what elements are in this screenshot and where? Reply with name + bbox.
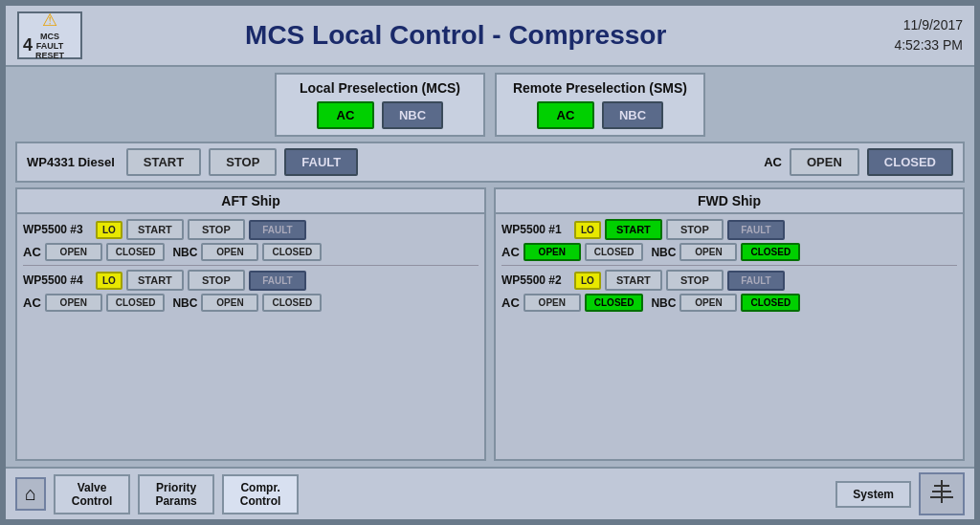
wp4331-fault-button[interactable]: FAULT (284, 148, 358, 176)
antenna-icon-button[interactable] (919, 472, 965, 515)
fwd-wp5500-2-nbc-label: NBC (651, 296, 676, 310)
aft-wp5500-4-valve-row: AC OPEN CLOSED NBC OPEN CLOSED (23, 294, 479, 312)
fwd-wp5500-2-valve-row: AC OPEN CLOSED NBC OPEN CLOSED (501, 294, 957, 312)
remote-preselection-box: Remote Preselection (SMS) AC NBC (495, 73, 705, 137)
local-nbc-button[interactable]: NBC (382, 101, 443, 129)
warning-icon: ⚠ (42, 10, 57, 31)
screen: ⚠ MCSFAULTRESET 4 MCS Local Control - Co… (0, 0, 980, 525)
fwd-wp5500-1-start-button[interactable]: START (605, 219, 662, 240)
aft-wp5500-4-control-row: WP5500 #4 LO START STOP FAULT (23, 270, 479, 291)
fwd-ship-header: FWD Ship (496, 189, 963, 214)
aft-wp5500-3-valve-row: AC OPEN CLOSED NBC OPEN CLOSED (23, 243, 479, 261)
wp4331-start-button[interactable]: START (126, 148, 201, 176)
fwd-wp5500-2: WP5500 #2 LO START STOP FAULT AC OPEN CL… (501, 270, 957, 316)
local-preselection-label: Local Preselection (MCS) (300, 80, 460, 96)
aft-wp5500-4-stop-button[interactable]: STOP (188, 270, 245, 291)
fwd-wp5500-1-fault-button[interactable]: FAULT (727, 220, 785, 240)
fault-number: 4 (23, 35, 33, 55)
aft-wp5500-3-lo-button[interactable]: LO (96, 221, 122, 239)
aft-ship-content: WP5500 #3 LO START STOP FAULT AC OPEN CL… (17, 214, 484, 459)
fwd-wp5500-2-nbc-open-button[interactable]: OPEN (679, 294, 737, 312)
fwd-wp5500-2-ac-open-button[interactable]: OPEN (523, 294, 581, 312)
header: ⚠ MCSFAULTRESET 4 MCS Local Control - Co… (6, 6, 974, 67)
aft-wp5500-3-nbc-closed-button[interactable]: CLOSED (262, 243, 322, 261)
aft-wp5500-4-nbc-label: NBC (172, 296, 197, 310)
aft-wp5500-3-ac-closed-button[interactable]: CLOSED (106, 243, 166, 261)
aft-wp5500-4-nbc-closed-button[interactable]: CLOSED (262, 294, 322, 312)
fwd-wp5500-2-control-row: WP5500 #2 LO START STOP FAULT (501, 270, 957, 291)
aft-wp5500-4-nbc-open-button[interactable]: OPEN (201, 294, 258, 312)
wp4331-ac-label: AC (764, 155, 782, 169)
remote-nbc-button[interactable]: NBC (602, 101, 663, 129)
fwd-wp5500-1-ac-label: AC (501, 245, 520, 259)
fwd-wp5500-1-lo-button[interactable]: LO (574, 221, 601, 239)
compr-control-button[interactable]: Compr.Control (222, 474, 299, 514)
aft-wp5500-3-fault-button[interactable]: FAULT (249, 220, 306, 240)
aft-wp5500-3-start-button[interactable]: START (126, 219, 184, 240)
wp4331-open-button[interactable]: OPEN (790, 148, 859, 176)
fwd-wp5500-2-ac-closed-button[interactable]: CLOSED (585, 294, 644, 312)
wp4331-label: WP4331 Diesel (27, 155, 115, 169)
fwd-wp5500-2-nbc-closed-button[interactable]: CLOSED (741, 294, 800, 312)
fwd-wp5500-1-nbc-closed-button[interactable]: CLOSED (741, 243, 800, 261)
page-title: MCS Local Control - Compressor (17, 20, 894, 51)
wp4331-closed-button[interactable]: CLOSED (867, 148, 953, 176)
local-ac-button[interactable]: AC (317, 101, 374, 129)
aft-wp5500-4-ac-open-button[interactable]: OPEN (45, 294, 102, 312)
aft-wp5500-3-nbc-open-button[interactable]: OPEN (201, 243, 258, 261)
aft-wp5500-3-control-row: WP5500 #3 LO START STOP FAULT (23, 219, 479, 240)
fwd-wp5500-2-lo-button[interactable]: LO (574, 272, 601, 290)
home-button[interactable]: ⌂ (15, 477, 46, 511)
system-button[interactable]: System (835, 481, 911, 508)
footer: ⌂ ValveControl PriorityParams Compr.Cont… (6, 467, 974, 519)
fwd-ship-section: FWD Ship WP5500 #1 LO START STOP FAULT A… (494, 187, 965, 461)
fault-reset-box[interactable]: ⚠ MCSFAULTRESET 4 (17, 11, 82, 59)
aft-wp5500-4: WP5500 #4 LO START STOP FAULT AC OPEN CL… (23, 270, 479, 316)
fwd-ship-content: WP5500 #1 LO START STOP FAULT AC OPEN CL… (496, 214, 963, 459)
fwd-wp5500-1-nbc-open-button[interactable]: OPEN (679, 243, 737, 261)
valve-control-button[interactable]: ValveControl (54, 474, 130, 514)
aft-wp5500-4-label: WP5500 #4 (23, 273, 92, 287)
fwd-wp5500-1-ac-closed-button[interactable]: CLOSED (585, 243, 644, 261)
fwd-wp5500-1-stop-button[interactable]: STOP (666, 219, 724, 240)
time: 4:52:33 PM (894, 35, 963, 55)
aft-wp5500-4-fault-button[interactable]: FAULT (249, 271, 306, 291)
local-preselection-box: Local Preselection (MCS) AC NBC (275, 73, 485, 137)
fwd-wp5500-1-control-row: WP5500 #1 LO START STOP FAULT (501, 219, 957, 240)
aft-wp5500-3-label: WP5500 #3 (23, 223, 92, 236)
fwd-wp5500-1-ac-open-button[interactable]: OPEN (523, 243, 581, 261)
aft-wp5500-4-ac-label: AC (23, 295, 41, 310)
fwd-wp5500-2-stop-button[interactable]: STOP (666, 270, 724, 291)
fwd-wp5500-1-nbc-label: NBC (651, 246, 676, 259)
aft-fwd-row: AFT Ship WP5500 #3 LO START STOP FAULT A… (15, 187, 965, 461)
date: 11/9/2017 (894, 15, 963, 35)
datetime: 11/9/2017 4:52:33 PM (894, 15, 963, 55)
fwd-wp5500-2-ac-label: AC (501, 295, 520, 310)
fwd-wp5500-1: WP5500 #1 LO START STOP FAULT AC OPEN CL… (501, 219, 957, 266)
aft-ship-header: AFT Ship (17, 189, 484, 214)
aft-wp5500-3: WP5500 #3 LO START STOP FAULT AC OPEN CL… (23, 219, 479, 266)
fwd-wp5500-2-fault-button[interactable]: FAULT (727, 271, 785, 291)
aft-ship-section: AFT Ship WP5500 #3 LO START STOP FAULT A… (15, 187, 486, 461)
fwd-wp5500-1-label: WP5500 #1 (501, 223, 570, 236)
aft-wp5500-3-nbc-label: NBC (172, 246, 197, 259)
main-content: Local Preselection (MCS) AC NBC Remote P… (6, 67, 974, 467)
fwd-wp5500-2-start-button[interactable]: START (605, 270, 662, 291)
aft-wp5500-4-ac-closed-button[interactable]: CLOSED (106, 294, 166, 312)
priority-params-button[interactable]: PriorityParams (138, 474, 214, 514)
aft-wp5500-3-ac-open-button[interactable]: OPEN (45, 243, 102, 261)
fault-text: MCSFAULTRESET (35, 33, 64, 61)
aft-wp5500-4-lo-button[interactable]: LO (96, 272, 122, 290)
antenna-icon (928, 478, 955, 505)
wp4331-stop-button[interactable]: STOP (209, 148, 277, 176)
aft-wp5500-3-ac-label: AC (23, 245, 41, 259)
wp4331-row: WP4331 Diesel START STOP FAULT AC OPEN C… (15, 142, 965, 183)
aft-wp5500-3-stop-button[interactable]: STOP (188, 219, 245, 240)
fwd-wp5500-1-valve-row: AC OPEN CLOSED NBC OPEN CLOSED (501, 243, 957, 261)
remote-btn-row: AC NBC (537, 101, 663, 129)
remote-ac-button[interactable]: AC (537, 101, 594, 129)
remote-preselection-label: Remote Preselection (SMS) (513, 80, 687, 96)
preselection-row: Local Preselection (MCS) AC NBC Remote P… (15, 73, 965, 137)
fwd-wp5500-2-label: WP5500 #2 (501, 273, 570, 287)
aft-wp5500-4-start-button[interactable]: START (126, 270, 184, 291)
